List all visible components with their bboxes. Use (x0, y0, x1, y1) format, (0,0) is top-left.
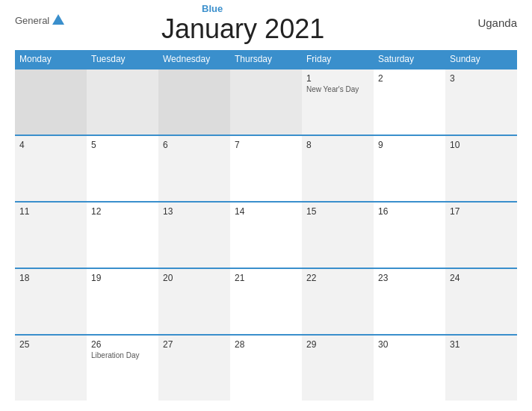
day-number: 6 (163, 140, 226, 150)
day-number: 10 (450, 140, 513, 150)
day-cell (15, 69, 87, 135)
day-cell: 20 (158, 269, 230, 334)
day-cell: 24 (445, 269, 517, 334)
day-number: 19 (91, 273, 154, 283)
day-header-wednesday: Wednesday (158, 50, 230, 68)
day-number: 13 (163, 206, 226, 217)
day-cell: 28 (230, 336, 302, 401)
day-cell: 4 (15, 136, 87, 201)
logo-general-text: General (15, 15, 49, 26)
day-header-thursday: Thursday (230, 50, 302, 68)
calendar-grid: MondayTuesdayWednesdayThursdayFridaySatu… (15, 50, 517, 401)
day-cell: 18 (15, 269, 87, 334)
day-number: 16 (378, 206, 441, 217)
day-number: 1 (306, 73, 369, 84)
day-number: 30 (378, 339, 441, 350)
day-number: 15 (306, 206, 369, 217)
day-cell: 21 (230, 269, 302, 334)
day-cell: 25 (15, 336, 87, 401)
day-cell: 27 (158, 336, 230, 401)
day-cell: 1New Year's Day (302, 69, 374, 135)
country-label: Uganda (465, 13, 517, 29)
day-cell (158, 69, 230, 135)
day-cell: 5 (87, 136, 158, 201)
week-row-4: 18192021222324 (15, 268, 517, 334)
day-cell: 11 (15, 203, 87, 268)
day-number: 9 (378, 140, 441, 150)
day-cell: 9 (374, 136, 445, 201)
week-row-5: 2526Liberation Day2728293031 (15, 334, 517, 401)
day-headers: MondayTuesdayWednesdayThursdayFridaySatu… (15, 50, 517, 68)
holiday-label: New Year's Day (306, 85, 369, 93)
day-cell: 2 (374, 69, 445, 135)
day-number: 25 (19, 339, 82, 350)
day-number: 28 (235, 339, 297, 350)
day-number: 29 (306, 339, 369, 350)
day-cell: 15 (302, 203, 374, 268)
day-number: 4 (19, 140, 82, 150)
calendar-wrapper: General Blue January 2021 Uganda MondayT… (0, 0, 532, 411)
day-number: 24 (450, 273, 513, 283)
day-header-tuesday: Tuesday (87, 50, 158, 68)
day-number: 8 (306, 140, 369, 150)
day-cell (87, 69, 158, 135)
day-number: 18 (19, 273, 82, 283)
day-number: 14 (235, 206, 297, 217)
week-row-2: 45678910 (15, 135, 517, 201)
day-cell: 22 (302, 269, 374, 334)
day-number: 20 (163, 273, 226, 283)
day-cell: 19 (87, 269, 158, 334)
day-cell: 16 (374, 203, 445, 268)
logo: General (15, 13, 66, 27)
day-cell: 14 (230, 203, 302, 268)
day-cell: 3 (445, 69, 517, 135)
day-header-saturday: Saturday (374, 50, 445, 68)
day-number: 26 (91, 339, 154, 350)
day-cell: 31 (445, 336, 517, 401)
day-number: 31 (450, 339, 513, 350)
week-row-3: 11121314151617 (15, 201, 517, 268)
day-cell: 29 (302, 336, 374, 401)
week-row-1: 1New Year's Day23 (15, 68, 517, 135)
day-number: 12 (91, 206, 154, 217)
day-cell: 12 (87, 203, 158, 268)
day-number: 23 (378, 273, 441, 283)
day-number: 7 (235, 140, 297, 150)
day-number: 2 (378, 73, 441, 84)
day-cell: 8 (302, 136, 374, 201)
day-cell: 30 (374, 336, 445, 401)
day-number: 22 (306, 273, 369, 283)
logo-triangle-icon (52, 14, 64, 25)
day-cell: 26Liberation Day (87, 336, 158, 401)
logo-blue-text: Blue (202, 3, 223, 14)
day-cell: 6 (158, 136, 230, 201)
calendar-header: General Blue January 2021 Uganda (15, 13, 517, 44)
day-number: 11 (19, 206, 82, 217)
day-cell: 7 (230, 136, 302, 201)
day-cell: 17 (445, 203, 517, 268)
day-number: 5 (91, 140, 154, 150)
day-cell (230, 69, 302, 135)
day-number: 17 (450, 206, 513, 217)
calendar-title: January 2021 (161, 14, 324, 44)
day-cell: 13 (158, 203, 230, 268)
day-cell: 23 (374, 269, 445, 334)
day-number: 21 (235, 273, 297, 283)
day-header-monday: Monday (15, 50, 87, 68)
weeks-container: 1New Year's Day2345678910111213141516171… (15, 68, 517, 401)
holiday-label: Liberation Day (91, 351, 154, 359)
day-header-sunday: Sunday (445, 50, 517, 68)
day-number: 27 (163, 339, 226, 350)
day-cell: 10 (445, 136, 517, 201)
day-header-friday: Friday (302, 50, 374, 68)
day-number: 3 (450, 73, 513, 84)
